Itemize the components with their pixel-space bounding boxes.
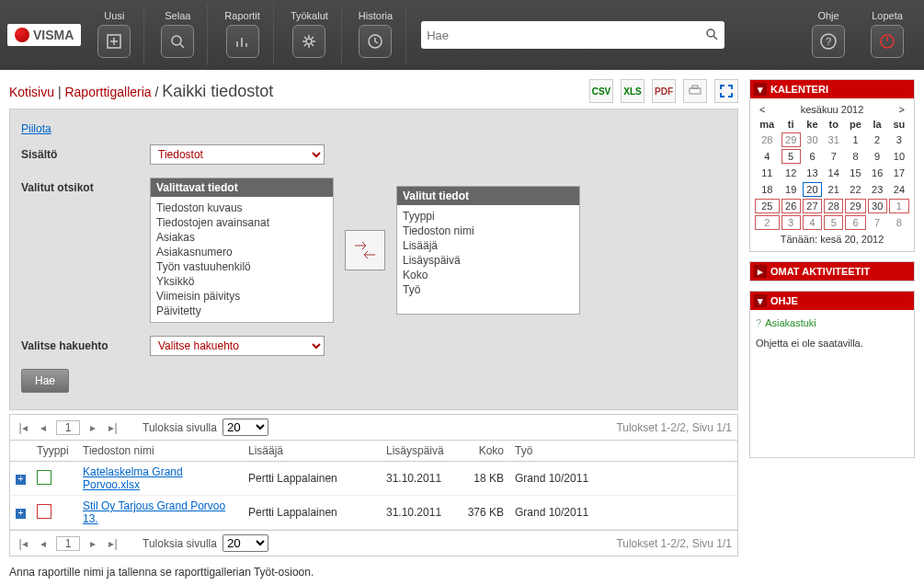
cal-day[interactable]: 2 (754, 214, 781, 231)
perpage-select[interactable]: 20 (222, 419, 268, 436)
cal-day[interactable]: 28 (823, 198, 844, 214)
list-item[interactable]: Viimeisin päivitys (156, 289, 327, 304)
page-prev-icon[interactable]: ◂ (36, 420, 51, 435)
list-item[interactable]: Tiedoston kuvaus (156, 201, 327, 215)
collapse-icon[interactable]: ▾ (754, 83, 767, 96)
expand-row-icon[interactable]: + (16, 475, 26, 485)
cal-day[interactable]: 7 (823, 148, 844, 165)
cal-day[interactable]: 7 (867, 214, 888, 231)
nav-history[interactable]: Historia (346, 5, 406, 65)
cal-day[interactable]: 28 (754, 132, 781, 148)
selected-list[interactable]: Valitut tiedot TyyppiTiedoston nimiLisää… (396, 186, 580, 315)
cal-day[interactable]: 12 (781, 165, 802, 181)
crumb-gallery[interactable]: Raporttigalleria (64, 85, 151, 99)
list-item[interactable]: Lisääjä (403, 238, 574, 253)
print-icon[interactable] (683, 79, 707, 103)
cal-day[interactable]: 24 (888, 181, 910, 198)
file-link[interactable]: Stil Oy Tarjous Grand Porvoo 13. (83, 499, 225, 525)
cal-day[interactable]: 25 (754, 198, 781, 214)
cal-day[interactable]: 21 (823, 181, 844, 198)
available-list[interactable]: Valittavat tiedot Tiedoston kuvausTiedos… (150, 178, 334, 323)
cal-next[interactable]: > (899, 104, 905, 115)
expand-row-icon[interactable]: + (16, 509, 26, 519)
cal-day[interactable]: 3 (781, 214, 802, 231)
cal-day[interactable]: 8 (844, 148, 866, 165)
cal-day[interactable]: 29 (844, 198, 866, 214)
export-csv-icon[interactable]: CSV (589, 79, 613, 103)
cal-today[interactable]: Tänään: kesä 20, 2012 (754, 231, 910, 247)
list-item[interactable]: Tiedoston nimi (403, 224, 574, 238)
list-item[interactable]: Tyyppi (403, 209, 574, 224)
cal-day[interactable]: 10 (888, 148, 910, 165)
cal-day[interactable]: 9 (867, 148, 888, 165)
cal-day[interactable]: 16 (867, 165, 888, 181)
search-go-icon[interactable] (704, 27, 719, 44)
page-number[interactable]: 1 (56, 420, 80, 435)
cal-day[interactable]: 27 (802, 198, 823, 214)
cal-day[interactable]: 2 (867, 132, 888, 148)
cal-day[interactable]: 3 (888, 132, 910, 148)
hide-link[interactable]: Piilota (21, 122, 51, 135)
list-item[interactable]: Koko (403, 268, 574, 282)
brand-logo[interactable]: VISMA (7, 24, 81, 46)
export-pdf-icon[interactable]: PDF (652, 79, 676, 103)
cal-day[interactable]: 8 (888, 214, 910, 231)
cal-day[interactable]: 1 (844, 132, 866, 148)
list-item[interactable]: Työn vastuuhenkilö (156, 259, 327, 274)
cal-day[interactable]: 17 (888, 165, 910, 181)
search-button[interactable]: Hae (21, 369, 69, 393)
cal-day[interactable]: 22 (844, 181, 866, 198)
cal-day[interactable]: 23 (867, 181, 888, 198)
collapse-icon[interactable]: ▾ (754, 294, 767, 307)
cal-day[interactable]: 11 (754, 165, 781, 181)
cal-day[interactable]: 6 (844, 214, 866, 231)
nav-tools[interactable]: Työkalut (278, 5, 342, 65)
list-item[interactable]: Työ (403, 282, 574, 297)
cal-day[interactable]: 30 (867, 198, 888, 214)
export-xls-icon[interactable]: XLS (621, 79, 645, 103)
col-job[interactable]: Työ (509, 441, 737, 462)
cal-day[interactable]: 31 (823, 132, 844, 148)
col-date[interactable]: Lisäyspäivä (381, 441, 454, 462)
cal-day[interactable]: 5 (781, 148, 802, 165)
fullscreen-icon[interactable] (714, 79, 738, 103)
cal-day[interactable]: 18 (754, 181, 781, 198)
cal-day[interactable]: 4 (802, 214, 823, 231)
cal-day[interactable]: 30 (802, 132, 823, 148)
cal-day[interactable]: 13 (802, 165, 823, 181)
search-input[interactable] (427, 29, 704, 42)
cal-prev[interactable]: < (759, 104, 765, 115)
nav-help[interactable]: Ohje ? (799, 5, 858, 65)
list-item[interactable]: Yksikkö (156, 274, 327, 289)
col-size[interactable]: Koko (454, 441, 509, 462)
cal-day[interactable]: 26 (781, 198, 802, 214)
perpage-select[interactable]: 20 (222, 534, 268, 552)
list-item[interactable]: Tiedostojen avainsanat (156, 215, 327, 230)
nav-new[interactable]: Uusi (85, 5, 144, 65)
page-last-icon[interactable]: ▸| (106, 420, 120, 435)
page-last-icon[interactable]: ▸| (106, 536, 120, 551)
col-name[interactable]: Tiedoston nimi (77, 441, 243, 462)
cal-day[interactable]: 5 (823, 214, 844, 231)
page-first-icon[interactable]: |◂ (16, 420, 30, 435)
cal-day[interactable]: 1 (888, 198, 910, 214)
page-first-icon[interactable]: |◂ (16, 536, 30, 551)
cal-day[interactable]: 6 (802, 148, 823, 165)
col-type[interactable]: Tyyppi (31, 441, 77, 462)
list-item[interactable]: Lisäyspäivä (403, 253, 574, 268)
list-item[interactable]: Päivitetty (156, 304, 327, 318)
file-link[interactable]: Katelaskelma Grand Porvoo.xlsx (83, 465, 183, 491)
crumb-home[interactable]: Kotisivu (9, 85, 54, 99)
col-adder[interactable]: Lisääjä (243, 441, 381, 462)
support-link[interactable]: Asiakastuki (765, 317, 816, 328)
list-item[interactable]: Asiakasnumero (156, 245, 327, 259)
criteria-select[interactable]: Valitse hakuehto (150, 336, 325, 356)
cal-day[interactable]: 19 (781, 181, 802, 198)
nav-browse[interactable]: Selaa (148, 5, 208, 65)
content-select[interactable]: Tiedostot (150, 144, 325, 165)
page-prev-icon[interactable]: ◂ (36, 536, 51, 551)
cal-day[interactable]: 29 (781, 132, 802, 148)
cal-day[interactable]: 4 (754, 148, 781, 165)
nav-reports[interactable]: Raportit (211, 5, 274, 65)
cal-day[interactable]: 15 (844, 165, 866, 181)
